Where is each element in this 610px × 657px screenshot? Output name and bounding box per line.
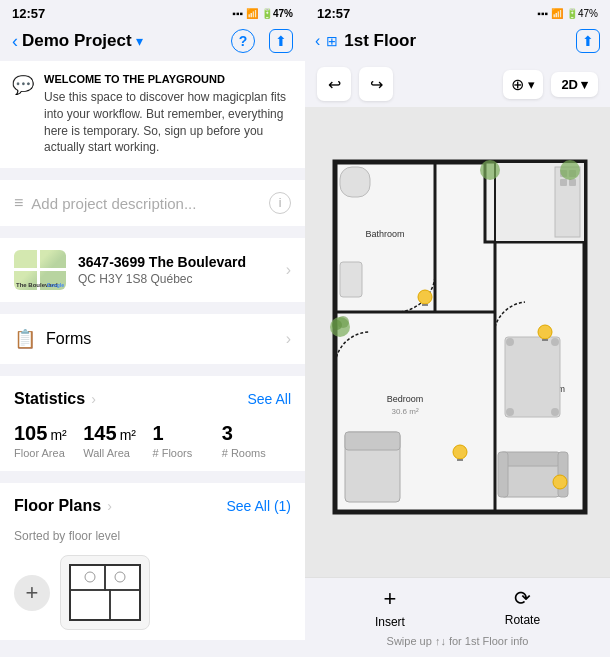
project-title: Demo Project [22, 31, 132, 51]
statistics-title-row[interactable]: Statistics › [14, 390, 96, 408]
svg-text:Bedroom: Bedroom [387, 394, 424, 404]
redo-icon: ↪ [370, 75, 383, 94]
forms-left: 📋 Forms [14, 328, 91, 350]
svg-rect-29 [500, 462, 560, 497]
nav-left: ‹ Demo Project ▾ [12, 31, 143, 52]
floor-plan-icon: ⊞ [326, 33, 338, 49]
address-name: 3647-3699 The Boulevard [78, 254, 274, 270]
forms-label: Forms [46, 330, 91, 348]
welcome-title: WELCOME TO THE PLAYGROUND [44, 73, 293, 85]
floor-plans-section: Floor Plans › See All (1) Sorted by floo… [0, 483, 305, 640]
undo-button[interactable]: ↩ [317, 67, 351, 101]
layers-chevron-icon: ▾ [528, 77, 535, 92]
statistics-see-all[interactable]: See All [247, 391, 291, 407]
svg-point-41 [551, 408, 559, 416]
address-card[interactable]: The Boulevard Google 3647-3699 The Boule… [0, 238, 305, 302]
stat-wall-area: 145m² Wall Area [83, 422, 152, 459]
svg-rect-36 [340, 262, 362, 297]
layers-button[interactable]: ⊕ ▾ [503, 70, 543, 99]
battery-icon: 🔋47% [261, 8, 293, 19]
address-info: 3647-3699 The Boulevard QC H3Y 1S8 Québe… [78, 254, 274, 286]
left-time: 12:57 [12, 6, 45, 21]
statistics-title: Statistics [14, 390, 85, 408]
add-description-row[interactable]: ≡ Add project description... i [0, 180, 305, 226]
redo-button[interactable]: ↪ [359, 67, 393, 101]
floor-plan-items: + [14, 555, 291, 630]
signal-icon: ▪▪▪ [232, 8, 243, 19]
svg-text:30.6 m²: 30.6 m² [391, 407, 418, 416]
right-panel: 12:57 ▪▪▪ 📶 🔋47% ‹ ⊞ 1st Floor ⬆ ↩ ↪ [305, 0, 610, 657]
svg-rect-27 [560, 179, 567, 186]
svg-point-51 [538, 325, 552, 339]
right-time: 12:57 [317, 6, 350, 21]
welcome-text: WELCOME TO THE PLAYGROUND Use this space… [44, 73, 293, 156]
forms-chevron-icon: › [286, 330, 291, 348]
left-panel: 12:57 ▪▪▪ 📶 🔋47% ‹ Demo Project ▾ ? ⬆ 💬 [0, 0, 305, 657]
floor-plan-thumbnail[interactable] [60, 555, 150, 630]
map-thumbnail: The Boulevard Google [14, 250, 66, 290]
project-chevron-icon: ▾ [136, 33, 143, 49]
floor-plans-title-row[interactable]: Floor Plans › [14, 497, 112, 515]
welcome-body: Use this space to discover how magicplan… [44, 89, 293, 156]
bottom-actions: + Insert ⟳ Rotate [305, 586, 610, 629]
undo-icon: ↩ [328, 75, 341, 94]
address-chevron-icon: › [286, 261, 291, 279]
svg-point-38 [506, 338, 514, 346]
statistics-grid: 105m² Floor Area 145m² Wall Area 1 # Flo… [14, 422, 291, 459]
rotate-button[interactable]: ⟳ Rotate [505, 586, 540, 629]
right-battery-icon: 🔋47% [566, 8, 598, 19]
statistics-header: Statistics › See All [14, 390, 291, 408]
forms-row[interactable]: 📋 Forms › [0, 314, 305, 364]
floors-label: # Floors [153, 447, 222, 459]
add-floor-plan-button[interactable]: + [14, 575, 50, 611]
stat-floors: 1 # Floors [153, 422, 222, 459]
svg-point-47 [418, 290, 432, 304]
view-2d-button[interactable]: 2D ▾ [551, 72, 598, 97]
floor-plans-title: Floor Plans [14, 497, 101, 515]
right-wifi-icon: 📶 [551, 8, 563, 19]
toolbar-right: ⊕ ▾ 2D ▾ [503, 70, 598, 99]
floor-plans-see-all[interactable]: See All (1) [226, 498, 291, 514]
back-button[interactable]: ‹ [12, 31, 18, 52]
view-chevron-icon: ▾ [581, 77, 588, 92]
help-button[interactable]: ? [231, 29, 255, 53]
menu-lines-icon: ≡ [14, 194, 23, 212]
svg-rect-30 [500, 452, 560, 466]
rotate-icon: ⟳ [514, 586, 531, 610]
right-back-button[interactable]: ‹ [315, 32, 320, 50]
statistics-section: Statistics › See All 105m² Floor Area 14… [0, 376, 305, 471]
info-icon: i [279, 196, 282, 210]
forms-icon: 📋 [14, 328, 36, 350]
address-detail: QC H3Y 1S8 Québec [78, 272, 274, 286]
left-nav-bar: ‹ Demo Project ▾ ? ⬆ [0, 25, 305, 61]
stat-rooms: 3 # Rooms [222, 422, 291, 459]
svg-point-44 [337, 316, 349, 328]
svg-point-45 [480, 160, 500, 180]
view-2d-label: 2D [561, 77, 578, 92]
add-description-placeholder: Add project description... [31, 195, 196, 212]
insert-label: Insert [375, 615, 405, 629]
stat-floors-value: 1 [153, 422, 222, 445]
right-share-button[interactable]: ⬆ [576, 29, 600, 53]
floor-plan-svg: Balcony 12.0 ft² Bathroom Living Room 35… [305, 107, 610, 577]
wall-area-unit: m² [120, 427, 136, 443]
floor-area-unit: m² [50, 427, 66, 443]
rooms-label: # Rooms [222, 447, 291, 459]
floor-plan-canvas[interactable]: Balcony 12.0 ft² Bathroom Living Room 35… [305, 107, 610, 577]
svg-point-46 [560, 160, 580, 180]
info-button[interactable]: i [269, 192, 291, 214]
welcome-banner: 💬 WELCOME TO THE PLAYGROUND Use this spa… [0, 61, 305, 168]
right-nav-right: ⬆ [576, 29, 600, 53]
insert-icon: + [383, 586, 396, 612]
floor-plans-subtitle: Sorted by floor level [14, 529, 291, 543]
svg-point-49 [453, 445, 467, 459]
stat-floor-area-value: 105m² [14, 422, 83, 445]
svg-point-39 [551, 338, 559, 346]
stat-rooms-value: 3 [222, 422, 291, 445]
swipe-hint: Swipe up ↑↓ for 1st Floor info [305, 633, 610, 653]
share-button[interactable]: ⬆ [269, 29, 293, 53]
right-status-bar: 12:57 ▪▪▪ 📶 🔋47% [305, 0, 610, 25]
insert-button[interactable]: + Insert [375, 586, 405, 629]
svg-rect-31 [498, 452, 508, 497]
question-circle-icon: ? [231, 29, 255, 53]
